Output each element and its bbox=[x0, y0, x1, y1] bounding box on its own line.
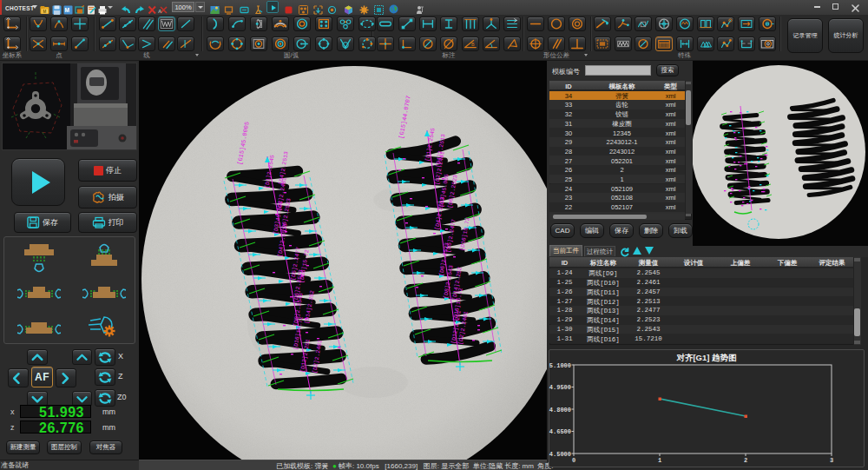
svg-text:5.1000: 5.1000 bbox=[549, 362, 571, 369]
svg-text:3: 3 bbox=[830, 457, 833, 464]
svg-text:4.5000: 4.5000 bbox=[549, 451, 571, 458]
svg-text:M: M bbox=[43, 9, 46, 14]
svg-text:4.6500: 4.6500 bbox=[549, 428, 571, 435]
svg-text:2: 2 bbox=[744, 457, 747, 464]
svg-text:B: B bbox=[470, 42, 474, 47]
svg-text:A: A bbox=[158, 9, 162, 14]
svg-text:1: 1 bbox=[658, 457, 661, 464]
svg-text:0: 0 bbox=[572, 457, 575, 464]
svg-text:4.8000: 4.8000 bbox=[549, 407, 571, 414]
svg-text:M: M bbox=[65, 7, 69, 13]
svg-text:4.9500: 4.9500 bbox=[549, 384, 571, 391]
